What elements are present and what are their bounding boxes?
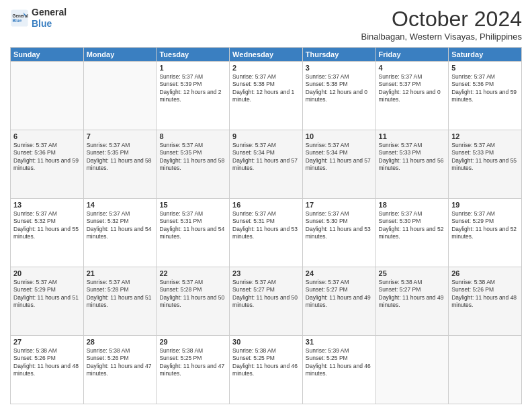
day-info: Sunrise: 5:37 AMSunset: 5:39 PMDaylight:… [159,73,226,104]
day-cell: 21Sunrise: 5:37 AMSunset: 5:28 PMDayligh… [83,267,157,336]
calendar: Sunday Monday Tuesday Wednesday Thursday… [10,47,522,404]
day-cell: 4Sunrise: 5:37 AMSunset: 5:37 PMDaylight… [375,62,449,130]
day-number: 21 [87,269,154,277]
day-cell: 8Sunrise: 5:37 AMSunset: 5:35 PMDaylight… [157,130,230,199]
day-info: Sunrise: 5:38 AMSunset: 5:25 PMDaylight:… [232,347,300,378]
day-number: 1 [159,64,226,72]
day-number: 6 [13,132,81,140]
page: General Blue General Blue October 2024 B… [0,0,532,411]
day-cell: 2Sunrise: 5:37 AMSunset: 5:38 PMDaylight… [230,62,303,130]
header-row: Sunday Monday Tuesday Wednesday Thursday… [11,48,522,62]
day-info: Sunrise: 5:37 AMSunset: 5:36 PMDaylight:… [451,73,519,104]
day-cell [11,62,84,130]
day-number: 26 [451,269,519,277]
day-cell: 16Sunrise: 5:37 AMSunset: 5:31 PMDayligh… [230,199,303,267]
day-cell: 6Sunrise: 5:37 AMSunset: 5:36 PMDaylight… [11,130,84,199]
day-info: Sunrise: 5:37 AMSunset: 5:28 PMDaylight:… [159,279,226,310]
day-number: 4 [379,64,446,72]
day-number: 22 [159,269,226,277]
day-info: Sunrise: 5:37 AMSunset: 5:35 PMDaylight:… [159,142,226,173]
day-info: Sunrise: 5:37 AMSunset: 5:27 PMDaylight:… [232,279,300,310]
col-thursday: Thursday [302,48,375,62]
week-row-5: 27Sunrise: 5:38 AMSunset: 5:26 PMDayligh… [11,336,522,404]
day-cell: 12Sunrise: 5:37 AMSunset: 5:33 PMDayligh… [449,130,522,199]
day-cell: 29Sunrise: 5:38 AMSunset: 5:25 PMDayligh… [157,336,230,404]
day-number: 15 [159,201,226,209]
day-info: Sunrise: 5:37 AMSunset: 5:35 PMDaylight:… [87,142,154,173]
day-cell: 30Sunrise: 5:38 AMSunset: 5:25 PMDayligh… [230,336,303,404]
day-info: Sunrise: 5:37 AMSunset: 5:29 PMDaylight:… [13,279,81,310]
day-number: 18 [379,201,446,209]
week-row-3: 13Sunrise: 5:37 AMSunset: 5:32 PMDayligh… [11,199,522,267]
day-cell: 22Sunrise: 5:37 AMSunset: 5:28 PMDayligh… [157,267,230,336]
col-friday: Friday [375,48,449,62]
day-info: Sunrise: 5:38 AMSunset: 5:26 PMDaylight:… [87,347,154,378]
day-cell: 9Sunrise: 5:37 AMSunset: 5:34 PMDaylight… [230,130,303,199]
day-info: Sunrise: 5:38 AMSunset: 5:27 PMDaylight:… [379,279,446,310]
day-info: Sunrise: 5:37 AMSunset: 5:29 PMDaylight:… [451,210,519,241]
day-number: 13 [13,201,81,209]
svg-text:Blue: Blue [13,17,22,22]
day-cell: 27Sunrise: 5:38 AMSunset: 5:26 PMDayligh… [11,336,84,404]
logo-text: General Blue [32,7,66,30]
day-cell: 15Sunrise: 5:37 AMSunset: 5:31 PMDayligh… [157,199,230,267]
day-cell: 25Sunrise: 5:38 AMSunset: 5:27 PMDayligh… [375,267,449,336]
day-info: Sunrise: 5:37 AMSunset: 5:33 PMDaylight:… [451,142,519,173]
day-cell: 14Sunrise: 5:37 AMSunset: 5:32 PMDayligh… [83,199,157,267]
logo-icon: General Blue [10,9,29,28]
day-number: 16 [232,201,300,209]
week-row-1: 1Sunrise: 5:37 AMSunset: 5:39 PMDaylight… [11,62,522,130]
day-info: Sunrise: 5:37 AMSunset: 5:32 PMDaylight:… [87,210,154,241]
col-saturday: Saturday [449,48,522,62]
day-cell: 5Sunrise: 5:37 AMSunset: 5:36 PMDaylight… [449,62,522,130]
day-cell [449,336,522,404]
day-cell: 13Sunrise: 5:37 AMSunset: 5:32 PMDayligh… [11,199,84,267]
day-info: Sunrise: 5:37 AMSunset: 5:34 PMDaylight:… [232,142,300,173]
day-number: 31 [306,338,373,346]
day-number: 12 [451,132,519,140]
day-info: Sunrise: 5:37 AMSunset: 5:37 PMDaylight:… [379,73,446,104]
logo: General Blue General Blue [10,7,66,30]
day-info: Sunrise: 5:37 AMSunset: 5:36 PMDaylight:… [13,142,81,173]
title-block: October 2024 Binalbagan, Western Visayas… [361,7,522,42]
day-info: Sunrise: 5:37 AMSunset: 5:27 PMDaylight:… [306,279,373,310]
day-number: 7 [87,132,154,140]
location-title: Binalbagan, Western Visayas, Philippines [361,32,522,42]
day-number: 8 [159,132,226,140]
day-number: 23 [232,269,300,277]
col-wednesday: Wednesday [230,48,303,62]
day-number: 2 [232,64,300,72]
day-cell: 28Sunrise: 5:38 AMSunset: 5:26 PMDayligh… [83,336,157,404]
day-info: Sunrise: 5:39 AMSunset: 5:25 PMDaylight:… [306,347,373,378]
day-cell: 10Sunrise: 5:37 AMSunset: 5:34 PMDayligh… [302,130,375,199]
col-tuesday: Tuesday [157,48,230,62]
week-row-4: 20Sunrise: 5:37 AMSunset: 5:29 PMDayligh… [11,267,522,336]
day-info: Sunrise: 5:38 AMSunset: 5:26 PMDaylight:… [13,347,81,378]
day-number: 29 [159,338,226,346]
month-title: October 2024 [361,7,522,32]
day-number: 3 [306,64,373,72]
day-info: Sunrise: 5:37 AMSunset: 5:32 PMDaylight:… [13,210,81,241]
header: General Blue General Blue October 2024 B… [10,7,522,42]
week-row-2: 6Sunrise: 5:37 AMSunset: 5:36 PMDaylight… [11,130,522,199]
day-info: Sunrise: 5:37 AMSunset: 5:38 PMDaylight:… [232,73,300,104]
day-number: 24 [306,269,373,277]
day-info: Sunrise: 5:37 AMSunset: 5:34 PMDaylight:… [306,142,373,173]
day-number: 28 [87,338,154,346]
day-info: Sunrise: 5:37 AMSunset: 5:30 PMDaylight:… [379,210,446,241]
day-cell [375,336,449,404]
day-info: Sunrise: 5:37 AMSunset: 5:31 PMDaylight:… [232,210,300,241]
day-number: 25 [379,269,446,277]
col-sunday: Sunday [11,48,84,62]
day-cell: 23Sunrise: 5:37 AMSunset: 5:27 PMDayligh… [230,267,303,336]
day-cell: 20Sunrise: 5:37 AMSunset: 5:29 PMDayligh… [11,267,84,336]
day-number: 10 [306,132,373,140]
day-info: Sunrise: 5:37 AMSunset: 5:28 PMDaylight:… [87,279,154,310]
day-cell: 26Sunrise: 5:38 AMSunset: 5:26 PMDayligh… [449,267,522,336]
day-number: 11 [379,132,446,140]
day-info: Sunrise: 5:37 AMSunset: 5:33 PMDaylight:… [379,142,446,173]
day-cell: 19Sunrise: 5:37 AMSunset: 5:29 PMDayligh… [449,199,522,267]
day-number: 17 [306,201,373,209]
day-number: 9 [232,132,300,140]
day-info: Sunrise: 5:37 AMSunset: 5:38 PMDaylight:… [306,73,373,104]
